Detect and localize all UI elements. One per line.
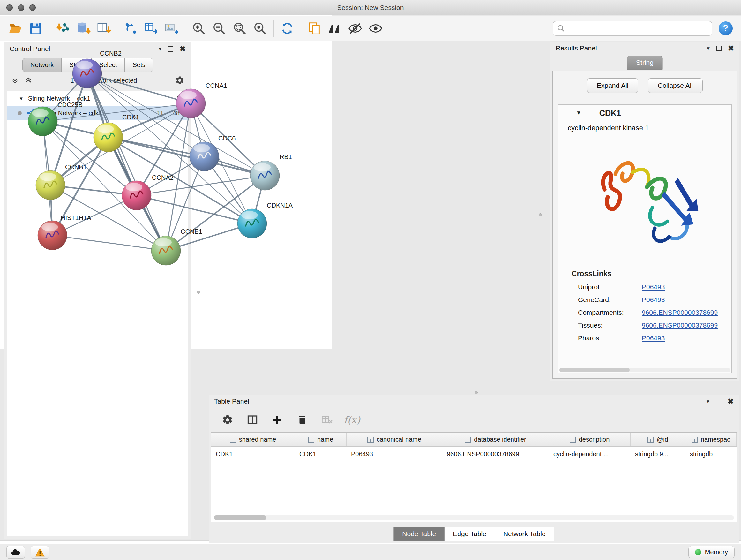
crosslink-row: Tissues: 9606.ENSP00000378699	[558, 319, 731, 332]
tab-node-table[interactable]: Node Table	[394, 527, 445, 541]
table-options-button[interactable]	[220, 412, 235, 428]
network-node-ccnb2[interactable]	[72, 59, 102, 88]
network-node-cdc25b[interactable]	[28, 107, 57, 136]
column-header[interactable]: @id	[630, 433, 685, 446]
close-panel-icon[interactable]: ✖	[728, 397, 734, 406]
crosslink-row: Uniprot: P06493	[558, 281, 731, 294]
delete-column-button[interactable]	[294, 412, 310, 428]
column-header[interactable]: database identifier	[442, 433, 549, 446]
node-label-cdkn1a: CDKN1A	[267, 202, 293, 209]
search-icon	[557, 24, 565, 33]
network-node-cdc6[interactable]	[190, 142, 219, 171]
table-header-row: shared name name canonical name database…	[211, 433, 737, 447]
crosslink-row: Pharos: P06493	[558, 332, 731, 345]
cell-database-identifier[interactable]: 9606.ENSP00000378699	[442, 450, 549, 458]
show-graphics-button[interactable]	[365, 18, 386, 39]
protein-name: CDK1	[599, 109, 621, 118]
crosslink-label: Compartments:	[578, 309, 642, 316]
crosslinks-title: CrossLinks	[558, 261, 731, 281]
expand-all-button[interactable]: Expand All	[587, 78, 638, 93]
table-panel-title: Table Panel	[214, 397, 249, 405]
node-label-rb1: RB1	[280, 153, 292, 160]
results-panel-title: Results Panel	[556, 44, 597, 52]
column-icon	[569, 437, 576, 442]
node-label-cdk1: CDK1	[122, 114, 139, 121]
uniprot-link[interactable]: P06493	[642, 283, 665, 291]
network-node-ccna2[interactable]	[122, 181, 151, 210]
collapse-all-button[interactable]: Collapse All	[648, 78, 703, 93]
compartments-link[interactable]: 9606.ENSP00000378699	[642, 309, 718, 316]
table-row[interactable]: CDK1 CDK1 P06493 9606.ENSP00000378699 cy…	[211, 447, 737, 461]
node-table: shared name name canonical name database…	[211, 432, 737, 522]
network-node-ccnb1[interactable]	[36, 171, 65, 200]
memory-button[interactable]: Memory	[688, 546, 735, 558]
genecard-link[interactable]: P06493	[642, 296, 665, 304]
collapse-protein-icon[interactable]: ▼	[576, 110, 582, 116]
cell-namespace[interactable]: stringdb	[685, 450, 737, 458]
network-canvas[interactable]: CCNB2CCNA1CDC25BCDK1CDC6RB1CCNB1CCNA2CDK…	[0, 0, 332, 328]
close-panel-icon[interactable]: ✖	[728, 44, 734, 53]
node-label-cdc25b: CDC25B	[57, 101, 83, 108]
right-splitter-grip[interactable]	[539, 213, 542, 216]
results-panel-header: Results Panel ▾ ✖	[550, 42, 739, 55]
pharos-link[interactable]: P06493	[642, 334, 665, 342]
delete-table-button[interactable]	[320, 412, 335, 428]
cell-id[interactable]: stringdb:9...	[630, 450, 685, 458]
scrollbar-thumb[interactable]	[214, 515, 266, 520]
cloud-button[interactable]	[6, 546, 25, 559]
function-builder-button[interactable]: f(x)	[344, 412, 360, 428]
node-label-cdc6: CDC6	[218, 135, 235, 142]
status-bar: Memory	[0, 544, 741, 560]
network-view-panel: CCNB2CCNA1CDC25BCDK1CDC6RB1CCNB1CCNA2CDK…	[0, 0, 332, 349]
network-edges	[43, 73, 265, 251]
plus-icon	[272, 414, 283, 426]
memory-label: Memory	[705, 549, 728, 556]
table-horizontal-scrollbar[interactable]	[214, 515, 734, 520]
add-column-button[interactable]	[270, 412, 285, 428]
column-icon	[367, 437, 374, 442]
column-icon	[230, 437, 236, 442]
left-splitter-grip[interactable]	[197, 291, 200, 294]
crosslink-label: GeneCard:	[578, 296, 642, 304]
cell-name[interactable]: CDK1	[295, 450, 347, 458]
bottom-splitter-grip[interactable]	[475, 391, 478, 394]
tab-edge-table[interactable]: Edge Table	[445, 527, 495, 541]
column-header[interactable]: shared name	[211, 433, 295, 446]
tab-network-table[interactable]: Network Table	[495, 527, 554, 541]
table-panel-header: Table Panel ▾ ✖	[209, 395, 739, 408]
float-panel-icon[interactable]	[716, 399, 721, 404]
memory-status-dot	[695, 549, 701, 555]
network-node-ccna1[interactable]	[176, 89, 205, 118]
crosslink-label: Uniprot:	[578, 283, 642, 291]
panel-menu-icon[interactable]: ▾	[707, 45, 710, 52]
network-node-rb1[interactable]	[250, 161, 280, 190]
network-node-hist1h1a[interactable]	[38, 221, 67, 250]
tab-string[interactable]: String	[627, 56, 663, 70]
node-label-ccna2: CCNA2	[152, 174, 174, 181]
network-node-cdkn1a[interactable]	[238, 209, 267, 238]
column-header[interactable]: canonical name	[347, 433, 442, 446]
table-tabs: Node Table Edge Table Network Table	[394, 527, 554, 541]
warnings-button[interactable]	[30, 546, 49, 559]
cell-shared-name[interactable]: CDK1	[211, 450, 295, 458]
column-header[interactable]: name	[295, 433, 347, 446]
hide-graphics-button[interactable]	[345, 18, 365, 39]
column-header[interactable]: namespac	[685, 433, 737, 446]
column-header[interactable]: description	[549, 433, 630, 446]
table-delete-icon	[321, 414, 333, 426]
search-input[interactable]	[568, 24, 708, 32]
node-label-ccnb1: CCNB1	[65, 164, 87, 171]
node-label-hist1h1a: HIST1H1A	[61, 214, 91, 221]
cell-canonical-name[interactable]: P06493	[347, 450, 442, 458]
cell-description[interactable]: cyclin-dependent ...	[549, 450, 630, 458]
results-body: Expand All Collapse All ▼ CDK1 cyclin-de…	[552, 71, 737, 379]
network-node-cdk1[interactable]	[93, 123, 123, 152]
application-window: Session: New Session	[0, 0, 741, 560]
panel-menu-icon[interactable]: ▾	[706, 398, 710, 405]
show-columns-button[interactable]	[245, 412, 260, 428]
results-horizontal-scrollbar[interactable]	[559, 368, 730, 372]
network-node-ccne1[interactable]	[151, 236, 181, 265]
tissues-link[interactable]: 9606.ENSP00000378699	[642, 321, 718, 329]
float-panel-icon[interactable]	[716, 46, 722, 51]
help-button[interactable]: ?	[719, 21, 733, 36]
